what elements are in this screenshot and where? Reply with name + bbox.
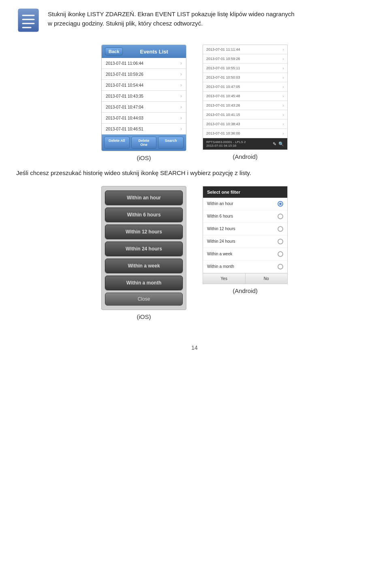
android-footer-icons: ✎ 🔍 <box>273 141 284 147</box>
radio-empty-icon[interactable] <box>278 264 283 269</box>
ios-event-row[interactable]: 2013-07-01 10:43:35 › <box>102 91 186 102</box>
ios-event-row[interactable]: 2013-07-01 10:47:04 › <box>102 102 186 113</box>
ios-event-row[interactable]: 2013-07-01 11:06:44 › <box>102 58 186 69</box>
android-event-timestamp: 2013-07-01 10:45:48 <box>206 94 240 98</box>
ios-search-button[interactable]: Search <box>158 137 184 149</box>
chevron-right-icon: › <box>282 103 284 108</box>
android-filter-option: Within a week <box>207 252 232 256</box>
svg-rect-1 <box>18 9 38 32</box>
android-event-timestamp: 2013-07-01 10:38:43 <box>206 122 240 126</box>
ios-filter-close-button[interactable]: Close <box>105 293 183 306</box>
android-filter-row[interactable]: Within 12 hours <box>203 223 287 235</box>
android-caption-1: (Android) <box>233 153 258 160</box>
android-filter-option: Within 6 hours <box>207 214 233 218</box>
android-event-row[interactable]: 2013-07-01 10:38:43 › <box>203 120 287 129</box>
ios-event-timestamp: 2013-07-01 10:43:35 <box>106 94 143 98</box>
android-events-footer: RPTS4863-00001 - LPLS 22013-07-01 04:15:… <box>203 138 287 150</box>
mid-paragraph: Jeśli chcesz przeszukać historię wideo s… <box>16 169 373 178</box>
android-event-row[interactable]: 2013-07-01 10:47:05 › <box>203 82 287 92</box>
chevron-right-icon: › <box>282 122 284 126</box>
android-events-screen: 2013-07-01 11:11:44 › 2013-07-01 10:59:2… <box>203 45 288 150</box>
ios-event-row[interactable]: 2013-07-01 10:59:26 › <box>102 69 186 80</box>
android-event-row[interactable]: 2013-07-01 10:41:15 › <box>203 110 287 120</box>
chevron-right-icon: › <box>180 60 182 66</box>
chevron-right-icon: › <box>180 126 182 132</box>
ios-events-header: Back Events List <box>102 45 186 58</box>
android-events-container: 2013-07-01 11:11:44 › 2013-07-01 10:59:2… <box>203 45 288 161</box>
radio-empty-icon[interactable] <box>278 251 283 257</box>
ios-back-button[interactable]: Back <box>105 47 123 56</box>
ios-filter-within-24h[interactable]: Within 24 hours <box>105 242 183 256</box>
ios-event-timestamp: 2013-07-01 10:54:44 <box>106 83 143 88</box>
ios-filter-screen: Within an hour Within 6 hours Within 12 … <box>101 186 186 310</box>
screenshots-row-1: Back Events List 2013-07-01 11:06:44 › 2… <box>16 45 373 161</box>
android-filter-yes-button[interactable]: Yes <box>203 274 246 284</box>
android-event-timestamp: 2013-07-01 10:41:15 <box>206 113 240 117</box>
header-text: Stuknij ikonkę LISTY ZDARZEŃ. Ekran EVEN… <box>48 10 295 28</box>
android-caption-2: (Android) <box>233 287 258 294</box>
page-number: 14 <box>16 344 373 351</box>
radio-empty-icon[interactable] <box>278 214 283 219</box>
android-event-row[interactable]: 2013-07-01 11:11:44 › <box>203 45 287 54</box>
ios-caption-1: (iOS) <box>137 154 151 161</box>
chevron-right-icon: › <box>282 131 284 136</box>
ios-filter-within-month[interactable]: Within a month <box>105 276 183 290</box>
android-event-row[interactable]: 2013-07-01 10:55:11 › <box>203 64 287 73</box>
chevron-right-icon: › <box>282 66 284 71</box>
ios-filter-within-hour[interactable]: Within an hour <box>105 190 183 205</box>
radio-filled-icon[interactable] <box>278 201 283 207</box>
chevron-right-icon: › <box>180 93 182 99</box>
android-event-timestamp: 2013-07-01 10:59:26 <box>206 57 240 61</box>
chevron-right-icon: › <box>282 84 284 89</box>
ios-delete-all-button[interactable]: Delete All <box>104 137 130 149</box>
ios-filter-within-week[interactable]: Within a week <box>105 259 183 273</box>
edit-icon[interactable]: ✎ <box>273 141 276 147</box>
ios-event-timestamp: 2013-07-01 10:47:04 <box>106 105 143 109</box>
search-icon[interactable]: 🔍 <box>278 141 284 147</box>
android-filter-header: Select one filter <box>203 186 287 198</box>
ios-event-row-selected[interactable]: 2013-07-01 10:46:51 › <box>102 124 186 135</box>
android-filter-row[interactable]: Within 6 hours <box>203 210 287 223</box>
android-filter-row[interactable]: Within 24 hours <box>203 235 287 248</box>
android-filter-option: Within 12 hours <box>207 227 235 231</box>
ios-event-timestamp: 2013-07-01 11:06:44 <box>106 61 143 66</box>
ios-filter-within-6h[interactable]: Within 6 hours <box>105 207 183 222</box>
chevron-right-icon: › <box>180 115 182 121</box>
header-line1: Stuknij ikonkę LISTY ZDARZEŃ. Ekran EVEN… <box>48 11 295 17</box>
radio-empty-icon[interactable] <box>278 226 283 232</box>
ios-event-row[interactable]: 2013-07-01 10:54:44 › <box>102 80 186 91</box>
ios-events-footer: Delete All Delete One Search <box>102 135 186 151</box>
ios-events-container: Back Events List 2013-07-01 11:06:44 › 2… <box>101 45 186 161</box>
android-event-row[interactable]: 2013-07-01 10:45:48 › <box>203 92 287 101</box>
android-event-row[interactable]: 2013-07-01 10:59:26 › <box>203 54 287 64</box>
android-filter-screen: Select one filter Within an hour Within … <box>203 186 288 284</box>
chevron-right-icon: › <box>282 75 284 80</box>
radio-empty-icon[interactable] <box>278 239 283 244</box>
ios-event-timestamp: 2013-07-01 10:46:51 <box>106 127 143 131</box>
ios-filter-within-12h[interactable]: Within 12 hours <box>105 225 183 239</box>
android-filter-option: Within an hour <box>207 201 233 206</box>
ios-delete-one-button[interactable]: Delete One <box>131 137 157 149</box>
android-event-timestamp: 2013-07-01 10:43:26 <box>206 103 240 107</box>
android-event-row[interactable]: 2013-07-01 10:36:00 › <box>203 129 287 138</box>
android-filter-no-button[interactable]: No <box>246 274 288 284</box>
android-event-row[interactable]: 2013-07-01 10:43:26 › <box>203 101 287 110</box>
ios-event-timestamp: 2013-07-01 10:59:26 <box>106 72 143 77</box>
android-filter-option: Within a month <box>207 264 234 269</box>
android-filter-row[interactable]: Within a month <box>203 261 287 273</box>
chevron-right-icon: › <box>180 71 182 77</box>
android-event-timestamp: 2013-07-01 10:50:03 <box>206 75 240 79</box>
doc-icon <box>16 8 41 32</box>
android-filter-footer: Yes No <box>203 273 287 284</box>
android-filter-row[interactable]: Within a week <box>203 248 287 261</box>
chevron-right-icon: › <box>282 47 284 52</box>
android-filter-row[interactable]: Within an hour <box>203 198 287 210</box>
android-event-row[interactable]: 2013-07-01 10:50:03 › <box>203 73 287 82</box>
android-event-timestamp: 2013-07-01 10:47:05 <box>206 85 240 89</box>
ios-caption-2: (iOS) <box>137 313 151 320</box>
ios-event-row[interactable]: 2013-07-01 10:44:03 › <box>102 113 186 124</box>
android-footer-text: RPTS4863-00001 - LPLS 22013-07-01 04:15:… <box>206 140 246 148</box>
ios-event-timestamp: 2013-07-01 10:44:03 <box>106 116 143 120</box>
ios-events-screen: Back Events List 2013-07-01 11:06:44 › 2… <box>101 45 186 151</box>
chevron-right-icon: › <box>282 112 284 117</box>
